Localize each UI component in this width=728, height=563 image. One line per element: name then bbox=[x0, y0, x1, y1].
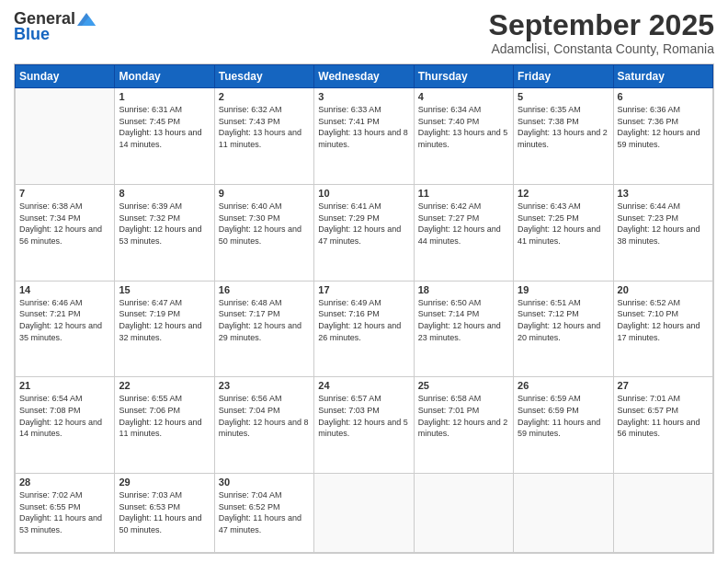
sunrise-text: Sunrise: 6:59 AM bbox=[518, 393, 609, 405]
day-info: Sunrise: 6:39 AMSunset: 7:32 PMDaylight:… bbox=[119, 201, 210, 247]
day-info: Sunrise: 6:41 AMSunset: 7:29 PMDaylight:… bbox=[318, 201, 409, 247]
calendar-table: Sunday Monday Tuesday Wednesday Thursday… bbox=[15, 64, 713, 553]
daylight-text: Daylight: 13 hours and 2 minutes. bbox=[518, 127, 609, 150]
daylight-text: Daylight: 12 hours and 38 minutes. bbox=[618, 224, 709, 247]
day-number: 27 bbox=[618, 380, 709, 391]
daylight-text: Daylight: 12 hours and 8 minutes. bbox=[219, 417, 310, 440]
sunrise-text: Sunrise: 6:48 AM bbox=[219, 297, 310, 309]
day-cell: 17Sunrise: 6:49 AMSunset: 7:16 PMDayligh… bbox=[314, 281, 414, 377]
daylight-text: Daylight: 13 hours and 11 minutes. bbox=[219, 127, 310, 150]
day-number: 3 bbox=[318, 91, 409, 102]
sunrise-text: Sunrise: 6:36 AM bbox=[618, 104, 709, 116]
sunrise-text: Sunrise: 7:03 AM bbox=[119, 489, 210, 501]
sunrise-text: Sunrise: 6:35 AM bbox=[518, 104, 609, 116]
day-info: Sunrise: 6:34 AMSunset: 7:40 PMDaylight:… bbox=[418, 104, 509, 150]
day-info: Sunrise: 6:59 AMSunset: 6:59 PMDaylight:… bbox=[518, 393, 609, 439]
day-cell: 19Sunrise: 6:51 AMSunset: 7:12 PMDayligh… bbox=[514, 281, 613, 377]
sunset-text: Sunset: 6:57 PM bbox=[618, 405, 709, 417]
day-cell: 4Sunrise: 6:34 AMSunset: 7:40 PMDaylight… bbox=[414, 88, 513, 185]
header: General Blue September 2025 Adamclisi, C… bbox=[14, 9, 714, 56]
day-number: 9 bbox=[219, 188, 310, 199]
sunrise-text: Sunrise: 6:38 AM bbox=[19, 201, 110, 213]
day-info: Sunrise: 6:42 AMSunset: 7:27 PMDaylight:… bbox=[418, 201, 509, 247]
day-cell: 3Sunrise: 6:33 AMSunset: 7:41 PMDaylight… bbox=[314, 88, 414, 185]
day-number: 16 bbox=[219, 284, 310, 295]
daylight-text: Daylight: 12 hours and 2 minutes. bbox=[418, 417, 509, 440]
sunset-text: Sunset: 7:14 PM bbox=[418, 308, 509, 320]
day-info: Sunrise: 6:47 AMSunset: 7:19 PMDaylight:… bbox=[119, 297, 210, 343]
day-info: Sunrise: 6:31 AMSunset: 7:45 PMDaylight:… bbox=[119, 104, 210, 150]
week-row-3: 14Sunrise: 6:46 AMSunset: 7:21 PMDayligh… bbox=[16, 281, 713, 377]
day-number: 28 bbox=[19, 477, 110, 488]
sunrise-text: Sunrise: 6:31 AM bbox=[119, 104, 210, 116]
header-thursday: Thursday bbox=[414, 65, 513, 88]
day-number: 29 bbox=[119, 477, 210, 488]
day-info: Sunrise: 6:50 AMSunset: 7:14 PMDaylight:… bbox=[418, 297, 509, 343]
day-cell: 6Sunrise: 6:36 AMSunset: 7:36 PMDaylight… bbox=[613, 88, 712, 185]
daylight-text: Daylight: 12 hours and 14 minutes. bbox=[19, 417, 110, 440]
daylight-text: Daylight: 12 hours and 32 minutes. bbox=[119, 320, 210, 343]
day-cell: 22Sunrise: 6:55 AMSunset: 7:06 PMDayligh… bbox=[115, 377, 214, 474]
day-cell: 28Sunrise: 7:02 AMSunset: 6:55 PMDayligh… bbox=[16, 474, 115, 553]
sunrise-text: Sunrise: 6:34 AM bbox=[418, 104, 509, 116]
day-number: 22 bbox=[119, 380, 210, 391]
daylight-text: Daylight: 12 hours and 20 minutes. bbox=[518, 320, 609, 343]
sunset-text: Sunset: 7:29 PM bbox=[318, 213, 409, 224]
sunrise-text: Sunrise: 6:42 AM bbox=[418, 201, 509, 213]
day-number: 4 bbox=[418, 91, 509, 102]
day-number: 10 bbox=[318, 188, 409, 199]
day-info: Sunrise: 6:32 AMSunset: 7:43 PMDaylight:… bbox=[219, 104, 310, 150]
header-tuesday: Tuesday bbox=[214, 65, 313, 88]
day-number: 18 bbox=[418, 284, 509, 295]
daylight-text: Daylight: 11 hours and 50 minutes. bbox=[119, 512, 210, 535]
sunrise-text: Sunrise: 6:58 AM bbox=[418, 393, 509, 405]
day-number: 25 bbox=[418, 380, 509, 391]
daylight-text: Daylight: 12 hours and 29 minutes. bbox=[219, 320, 310, 343]
daylight-text: Daylight: 12 hours and 50 minutes. bbox=[219, 224, 310, 247]
day-cell: 1Sunrise: 6:31 AMSunset: 7:45 PMDaylight… bbox=[115, 88, 214, 185]
sunset-text: Sunset: 7:03 PM bbox=[318, 405, 409, 417]
day-number: 26 bbox=[518, 380, 609, 391]
sunset-text: Sunset: 7:17 PM bbox=[219, 308, 310, 320]
sunset-text: Sunset: 7:40 PM bbox=[418, 116, 509, 128]
sunrise-text: Sunrise: 6:51 AM bbox=[518, 297, 609, 309]
day-number: 21 bbox=[19, 380, 110, 391]
day-cell: 18Sunrise: 6:50 AMSunset: 7:14 PMDayligh… bbox=[414, 281, 513, 377]
day-cell: 2Sunrise: 6:32 AMSunset: 7:43 PMDaylight… bbox=[214, 88, 313, 185]
sunset-text: Sunset: 7:23 PM bbox=[618, 213, 709, 224]
day-number: 19 bbox=[518, 284, 609, 295]
logo-blue: Blue bbox=[14, 25, 50, 44]
sunset-text: Sunset: 7:12 PM bbox=[518, 308, 609, 320]
sunset-text: Sunset: 7:45 PM bbox=[119, 116, 210, 128]
sunrise-text: Sunrise: 6:52 AM bbox=[618, 297, 709, 309]
day-number: 23 bbox=[219, 380, 310, 391]
sunset-text: Sunset: 7:36 PM bbox=[618, 116, 709, 128]
day-info: Sunrise: 6:57 AMSunset: 7:03 PMDaylight:… bbox=[318, 393, 409, 439]
day-cell: 7Sunrise: 6:38 AMSunset: 7:34 PMDaylight… bbox=[16, 184, 115, 281]
sunrise-text: Sunrise: 7:01 AM bbox=[618, 393, 709, 405]
weekday-header-row: Sunday Monday Tuesday Wednesday Thursday… bbox=[16, 65, 713, 88]
day-info: Sunrise: 7:04 AMSunset: 6:52 PMDaylight:… bbox=[219, 489, 310, 535]
day-number: 13 bbox=[618, 188, 709, 199]
sunrise-text: Sunrise: 6:43 AM bbox=[518, 201, 609, 213]
day-number: 20 bbox=[618, 284, 709, 295]
day-cell: 11Sunrise: 6:42 AMSunset: 7:27 PMDayligh… bbox=[414, 184, 513, 281]
daylight-text: Daylight: 12 hours and 35 minutes. bbox=[19, 320, 110, 343]
day-info: Sunrise: 6:48 AMSunset: 7:17 PMDaylight:… bbox=[219, 297, 310, 343]
day-cell: 26Sunrise: 6:59 AMSunset: 6:59 PMDayligh… bbox=[514, 377, 613, 474]
month-title: September 2025 bbox=[489, 9, 714, 41]
daylight-text: Daylight: 12 hours and 23 minutes. bbox=[418, 320, 509, 343]
day-cell: 9Sunrise: 6:40 AMSunset: 7:30 PMDaylight… bbox=[214, 184, 313, 281]
day-info: Sunrise: 6:55 AMSunset: 7:06 PMDaylight:… bbox=[119, 393, 210, 439]
sunrise-text: Sunrise: 6:41 AM bbox=[318, 201, 409, 213]
daylight-text: Daylight: 12 hours and 44 minutes. bbox=[418, 224, 509, 247]
day-cell: 25Sunrise: 6:58 AMSunset: 7:01 PMDayligh… bbox=[414, 377, 513, 474]
day-cell bbox=[16, 88, 115, 185]
header-monday: Monday bbox=[115, 65, 214, 88]
day-cell: 14Sunrise: 6:46 AMSunset: 7:21 PMDayligh… bbox=[16, 281, 115, 377]
week-row-4: 21Sunrise: 6:54 AMSunset: 7:08 PMDayligh… bbox=[16, 377, 713, 474]
day-info: Sunrise: 6:56 AMSunset: 7:04 PMDaylight:… bbox=[219, 393, 310, 439]
day-cell: 16Sunrise: 6:48 AMSunset: 7:17 PMDayligh… bbox=[214, 281, 313, 377]
day-info: Sunrise: 6:36 AMSunset: 7:36 PMDaylight:… bbox=[618, 104, 709, 150]
day-info: Sunrise: 6:33 AMSunset: 7:41 PMDaylight:… bbox=[318, 104, 409, 150]
